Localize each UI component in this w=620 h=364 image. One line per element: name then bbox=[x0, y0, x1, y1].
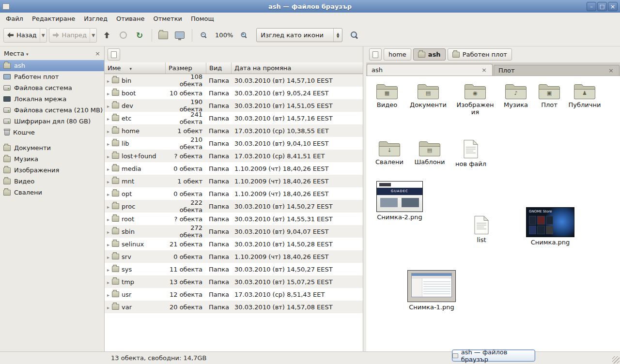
expander-icon[interactable] bbox=[107, 228, 109, 235]
icon-item-documents[interactable]: ▤Документи bbox=[409, 82, 448, 108]
expander-icon[interactable] bbox=[107, 203, 109, 210]
table-row[interactable]: tmp13 обектаПапка30.03.2010 (вт) 15,07,2… bbox=[105, 275, 363, 288]
table-row[interactable]: var20 обектаПапка30.03.2010 (вт) 14,57,0… bbox=[105, 301, 363, 313]
expander-icon[interactable] bbox=[107, 266, 109, 273]
expander-icon[interactable] bbox=[107, 115, 109, 122]
menu-item-edit[interactable]: Редактиране bbox=[28, 14, 79, 24]
column-header-type[interactable]: Вид bbox=[206, 62, 232, 74]
sidebar-item-pictures[interactable]: Изображения bbox=[0, 165, 104, 176]
sidebar-item-ash[interactable]: ash bbox=[0, 60, 104, 71]
stop-button[interactable] bbox=[115, 28, 131, 43]
path-button-home[interactable]: home bbox=[384, 48, 411, 61]
sidebar-item-trash[interactable]: Кошче bbox=[0, 127, 104, 138]
zoom-out-button[interactable]: − bbox=[196, 28, 211, 43]
taskbar-window-button[interactable]: ash — файлов браузър bbox=[452, 349, 535, 362]
column-header-size[interactable]: Размер bbox=[166, 62, 206, 74]
expander-icon[interactable] bbox=[107, 190, 109, 197]
expander-icon[interactable] bbox=[107, 102, 109, 109]
table-row[interactable]: srv0 обектаПапка1.10.2009 (чт) 18,40,26 … bbox=[105, 250, 363, 263]
expander-icon[interactable] bbox=[107, 127, 109, 135]
path-button-ash[interactable]: ash bbox=[413, 48, 446, 61]
menu-item-go[interactable]: Отиване bbox=[112, 14, 149, 24]
sidebar-item-documents[interactable]: Документи bbox=[0, 142, 104, 153]
icon-item-desktop[interactable]: ▣Плот bbox=[533, 82, 565, 108]
table-row[interactable]: root? обектаПапка30.03.2010 (вт) 14,55,3… bbox=[105, 212, 363, 225]
back-button[interactable]: Назад ▼ bbox=[3, 28, 47, 43]
view-mode-combobox[interactable]: Изглед като икони bbox=[256, 28, 342, 42]
expander-icon[interactable] bbox=[107, 253, 109, 260]
menu-item-bookmarks[interactable]: Отметки bbox=[149, 14, 186, 24]
sidebar-item-videos[interactable]: Видео bbox=[0, 176, 104, 187]
table-row[interactable]: lib210 обектаПапка30.03.2010 (вт) 9,04,1… bbox=[105, 137, 363, 150]
icon-item-templates[interactable]: ▤Шаблони bbox=[411, 139, 448, 166]
sidebar-item-desktop[interactable]: Работен плот bbox=[0, 71, 104, 82]
icon-item-pictures[interactable]: ◉Изображения bbox=[455, 82, 496, 116]
table-row[interactable]: boot10 обектаПапка30.03.2010 (вт) 9,05,2… bbox=[105, 87, 363, 99]
menu-item-file[interactable]: Файл bbox=[1, 14, 28, 24]
computer-button[interactable] bbox=[172, 28, 187, 43]
minimize-button[interactable] bbox=[587, 2, 596, 11]
forward-button[interactable]: Напред ▼ bbox=[49, 28, 97, 43]
icon-item-list[interactable]: list bbox=[466, 215, 497, 243]
menu-item-help[interactable]: Помощ bbox=[186, 14, 218, 24]
expander-icon[interactable] bbox=[107, 241, 109, 248]
expander-icon[interactable] bbox=[107, 165, 109, 172]
sidebar-item-music[interactable]: Музика bbox=[0, 153, 104, 165]
icon-item-new-file[interactable]: нов файл bbox=[452, 139, 489, 167]
expander-icon[interactable] bbox=[107, 152, 109, 160]
table-row[interactable]: sys11 обектаПапка30.03.2010 (вт) 14,50,2… bbox=[105, 263, 363, 275]
icon-item-downloads[interactable]: ↓Свалени bbox=[372, 139, 407, 166]
left-pane-location-button[interactable] bbox=[108, 48, 120, 61]
path-button-desktop[interactable]: Работен плот bbox=[448, 48, 512, 61]
table-row[interactable]: selinux21 обектаПапка30.03.2010 (вт) 14,… bbox=[105, 238, 363, 250]
tab-close-icon[interactable] bbox=[607, 67, 615, 74]
resize-grip[interactable] bbox=[612, 356, 620, 364]
sidebar-item-filesystem[interactable]: Файлова система bbox=[0, 82, 104, 93]
table-row[interactable]: lost+found? обектаПапка17.03.2010 (ср) 8… bbox=[105, 150, 363, 162]
expander-icon[interactable] bbox=[107, 291, 109, 298]
expander-icon[interactable] bbox=[107, 278, 109, 286]
table-row[interactable]: bin108 обектаПапка30.03.2010 (вт) 14,57,… bbox=[105, 74, 363, 87]
table-row[interactable]: mnt1 обектПапка1.10.2009 (чт) 18,40,26 E… bbox=[105, 175, 363, 187]
table-row[interactable]: proc222 обектаПапка30.03.2010 (вт) 14,50… bbox=[105, 200, 363, 212]
maximize-button[interactable] bbox=[597, 2, 607, 11]
table-row[interactable]: home1 обектПапка17.03.2010 (ср) 10,38,55… bbox=[105, 124, 363, 137]
table-row[interactable]: opt0 обектаПапка1.10.2009 (чт) 18,40,26 … bbox=[105, 187, 363, 200]
icon-item-music[interactable]: ♪Музика bbox=[498, 82, 534, 108]
column-header-date[interactable]: Дата на промяна bbox=[232, 62, 363, 74]
sidebar-item-encrypted-80gb[interactable]: Шифриран дял (80 GB) bbox=[0, 116, 104, 127]
tab-ash[interactable]: ash bbox=[367, 64, 493, 76]
menu-item-view[interactable]: Изглед bbox=[79, 14, 112, 24]
sidebar-close-icon[interactable] bbox=[95, 50, 100, 57]
sidebar-item-downloads[interactable]: Свалени bbox=[0, 187, 104, 198]
zoom-in-button[interactable]: + bbox=[236, 28, 251, 43]
table-row[interactable]: sbin272 обектаПапка30.03.2010 (вт) 9,04,… bbox=[105, 225, 363, 238]
close-button[interactable] bbox=[608, 2, 618, 11]
expander-icon[interactable] bbox=[107, 140, 109, 147]
up-button[interactable] bbox=[99, 28, 114, 43]
tab-desktop[interactable]: Плот bbox=[494, 65, 620, 76]
table-row[interactable]: usr12 обектаПапка17.03.2010 (ср) 8,51,43… bbox=[105, 288, 363, 301]
expander-icon[interactable] bbox=[107, 77, 109, 84]
icon-item-snimka[interactable]: GNOME StoreСнимка.png bbox=[524, 207, 576, 246]
icon-item-public[interactable]: ♟Публични bbox=[566, 82, 603, 108]
expander-icon[interactable] bbox=[107, 303, 109, 311]
column-header-name[interactable]: Име bbox=[105, 62, 166, 74]
reload-button[interactable] bbox=[132, 28, 147, 43]
sidebar-item-filesystem-210mb[interactable]: Файлова система (210 MB) bbox=[0, 105, 104, 116]
sidebar-mode-dropdown-icon[interactable] bbox=[26, 50, 29, 57]
expander-icon[interactable] bbox=[107, 90, 109, 97]
sidebar-item-local-network[interactable]: Локална мрежа bbox=[0, 93, 104, 105]
titlebar[interactable]: ash — файлов браузър bbox=[0, 0, 620, 13]
expander-icon[interactable] bbox=[107, 178, 109, 185]
table-row[interactable]: etc241 обектаПапка30.03.2010 (вт) 14,57,… bbox=[105, 112, 363, 124]
icon-item-videos[interactable]: ▦Видео bbox=[369, 82, 405, 108]
home-button[interactable] bbox=[155, 28, 171, 43]
tab-close-icon[interactable] bbox=[480, 66, 488, 74]
search-button[interactable] bbox=[346, 28, 362, 43]
forward-history-dropdown[interactable]: ▼ bbox=[90, 29, 96, 42]
pathbar-root-button[interactable] bbox=[369, 48, 382, 61]
icon-item-snimka-2[interactable]: GUADECСнимка-2.png bbox=[374, 181, 425, 221]
table-row[interactable]: dev190 обектаПапка30.03.2010 (вт) 14,51,… bbox=[105, 99, 363, 112]
icon-item-snimka-1[interactable]: Снимка-1.png bbox=[405, 270, 458, 311]
